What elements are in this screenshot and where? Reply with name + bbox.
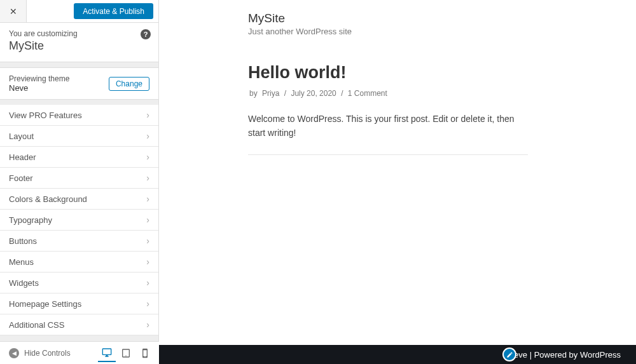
change-theme-button[interactable]: Change bbox=[109, 77, 149, 91]
post-title[interactable]: Hello world! bbox=[248, 63, 528, 83]
sidebar-footer: ◀ Hide Controls bbox=[0, 341, 159, 364]
meta-sep: / bbox=[283, 89, 287, 98]
chevron-right-icon: › bbox=[146, 236, 149, 246]
panel-item-layout[interactable]: Layout› bbox=[0, 126, 158, 147]
help-icon[interactable]: ? bbox=[141, 29, 151, 39]
panel-item-homepage-settings[interactable]: Homepage Settings› bbox=[0, 293, 158, 314]
panel-item-typography[interactable]: Typography› bbox=[0, 210, 158, 231]
panel-label: Typography bbox=[9, 215, 52, 225]
chevron-right-icon: › bbox=[146, 215, 149, 225]
chevron-right-icon: › bbox=[146, 320, 149, 330]
site-preview: MySite Just another WordPress site Hello… bbox=[159, 0, 636, 364]
header-spacer bbox=[27, 0, 74, 22]
hide-controls-button[interactable]: ◀ Hide Controls bbox=[5, 346, 74, 361]
site-tagline: Just another WordPress site bbox=[248, 27, 636, 36]
desktop-preview-button[interactable] bbox=[98, 344, 116, 362]
panel-item-buttons[interactable]: Buttons› bbox=[0, 231, 158, 252]
panel-label: Footer bbox=[9, 173, 33, 183]
meta-comments[interactable]: 1 Comment bbox=[347, 89, 389, 98]
activate-publish-button[interactable]: Activate & Publish bbox=[74, 3, 153, 19]
collapse-icon: ◀ bbox=[9, 348, 19, 358]
device-toggles bbox=[98, 344, 154, 362]
site-title[interactable]: MySite bbox=[248, 11, 636, 25]
customizing-site-name: MySite bbox=[9, 39, 149, 53]
chevron-right-icon: › bbox=[146, 299, 149, 309]
preview-footer: Neve | Powered by WordPress bbox=[159, 345, 636, 364]
mobile-icon bbox=[140, 348, 150, 358]
chevron-right-icon: › bbox=[146, 194, 149, 204]
chevron-right-icon: › bbox=[146, 173, 149, 183]
panel-label: View PRO Features bbox=[9, 111, 82, 120]
panel-label: Header bbox=[9, 152, 36, 162]
preview-site-header: MySite Just another WordPress site bbox=[159, 0, 636, 48]
theme-label: Previewing theme bbox=[9, 74, 69, 83]
panel-label: Layout bbox=[9, 131, 34, 141]
post-body: Welcome to WordPress. This is your first… bbox=[248, 112, 528, 155]
customizer-panels: View PRO Features›Layout›Header›Footer›C… bbox=[0, 105, 158, 335]
post-meta: by Priya / July 20, 2020 / 1 Comment bbox=[248, 89, 528, 98]
meta-sep: / bbox=[340, 89, 344, 98]
panel-item-view-pro-features[interactable]: View PRO Features› bbox=[0, 105, 158, 126]
sidebar-header: ✕ Activate & Publish bbox=[0, 0, 158, 23]
chevron-right-icon: › bbox=[146, 131, 149, 141]
meta-author[interactable]: Priya bbox=[261, 89, 280, 98]
meta-by: by bbox=[248, 89, 259, 98]
chevron-right-icon: › bbox=[146, 278, 149, 288]
panel-item-additional-css[interactable]: Additional CSS› bbox=[0, 314, 158, 335]
tablet-preview-button[interactable] bbox=[117, 344, 135, 362]
desktop-icon bbox=[102, 347, 112, 358]
panel-label: Colors & Background bbox=[9, 194, 87, 204]
chevron-right-icon: › bbox=[146, 152, 149, 162]
tablet-icon bbox=[121, 348, 131, 358]
mobile-preview-button[interactable] bbox=[136, 344, 154, 362]
edit-shortcut-badge[interactable] bbox=[502, 347, 516, 361]
close-icon: ✕ bbox=[10, 6, 17, 17]
panel-item-menus[interactable]: Menus› bbox=[0, 252, 158, 273]
panel-label: Homepage Settings bbox=[9, 299, 81, 309]
pencil-icon bbox=[506, 351, 513, 358]
panel-label: Buttons bbox=[9, 236, 37, 246]
close-button[interactable]: ✕ bbox=[0, 0, 27, 22]
customizing-info: You are customizing MySite ? bbox=[0, 23, 158, 62]
theme-name: Neve bbox=[9, 83, 69, 93]
customizing-label: You are customizing bbox=[9, 29, 149, 38]
panel-label: Menus bbox=[9, 257, 34, 267]
panel-item-footer[interactable]: Footer› bbox=[0, 168, 158, 189]
chevron-right-icon: › bbox=[146, 110, 149, 120]
customizer-sidebar: ✕ Activate & Publish You are customizing… bbox=[0, 0, 159, 364]
meta-date[interactable]: July 20, 2020 bbox=[289, 89, 337, 98]
preview-content: Hello world! by Priya / July 20, 2020 / … bbox=[159, 48, 528, 155]
footer-credit: Neve | Powered by WordPress bbox=[508, 350, 621, 360]
panel-item-header[interactable]: Header› bbox=[0, 147, 158, 168]
panel-label: Widgets bbox=[9, 278, 39, 288]
chevron-right-icon: › bbox=[146, 257, 149, 267]
theme-block: Previewing theme Neve Change bbox=[0, 67, 158, 100]
hide-controls-label: Hide Controls bbox=[24, 349, 71, 358]
theme-info: Previewing theme Neve bbox=[9, 74, 69, 93]
panel-item-widgets[interactable]: Widgets› bbox=[0, 273, 158, 293]
panel-label: Additional CSS bbox=[9, 320, 64, 330]
panel-item-colors-background[interactable]: Colors & Background› bbox=[0, 189, 158, 210]
